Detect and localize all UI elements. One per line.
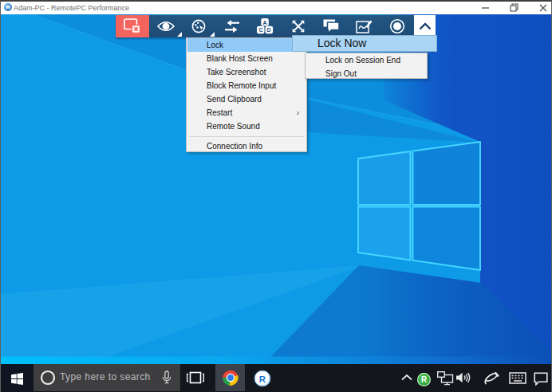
- svg-text:A: A: [263, 20, 267, 25]
- svg-text:C: C: [259, 27, 263, 33]
- svg-text:D: D: [267, 27, 271, 33]
